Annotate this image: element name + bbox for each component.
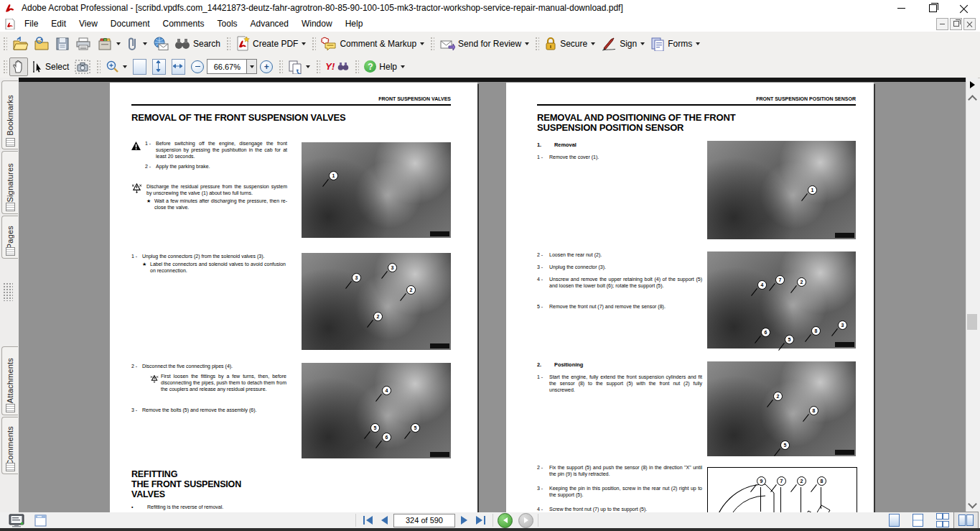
zoom-level-combo[interactable]: 66.67% bbox=[207, 59, 257, 74]
save-button[interactable] bbox=[52, 34, 73, 53]
callout-marker: 4 bbox=[382, 386, 391, 395]
forms-button[interactable]: Forms bbox=[648, 34, 703, 53]
send-for-review-button[interactable]: Send for Review bbox=[437, 34, 532, 53]
menu-view[interactable]: View bbox=[73, 17, 104, 30]
menu-window[interactable]: Window bbox=[295, 17, 339, 30]
tab-bookmarks[interactable]: Bookmarks bbox=[1, 80, 18, 149]
step-number: 2 - bbox=[131, 363, 142, 369]
menu-document[interactable]: Document bbox=[104, 17, 157, 30]
scroll-down-button[interactable] bbox=[966, 499, 978, 511]
print-button[interactable] bbox=[73, 34, 94, 53]
yahoo-toolbar-button[interactable]: Y! bbox=[322, 58, 352, 75]
snapshot-tool-button[interactable] bbox=[72, 58, 93, 75]
procedure-step: 1 - Remove the cover (1). bbox=[537, 154, 702, 160]
zoom-in-button[interactable]: + bbox=[257, 58, 276, 75]
hand-tool-button[interactable] bbox=[9, 57, 28, 76]
step-number: 2 - bbox=[537, 464, 549, 477]
layout-single-page-button[interactable] bbox=[882, 512, 906, 528]
procedure-step: 1 - Unplug the connectors (2) from the s… bbox=[131, 253, 291, 274]
layout-continuous-facing-button[interactable] bbox=[930, 512, 953, 528]
toolbar-grip[interactable] bbox=[534, 36, 539, 52]
fit-height-button[interactable] bbox=[149, 58, 169, 75]
menu-help[interactable]: Help bbox=[339, 17, 370, 30]
fit-page-button[interactable] bbox=[130, 58, 149, 75]
procedure-step: 3 - Keeping the pin in this position, sc… bbox=[537, 485, 702, 498]
toolbar-grip[interactable] bbox=[429, 36, 434, 52]
caution-note-text: Wait a few minutes after discharging the… bbox=[154, 198, 287, 211]
tab-attachments[interactable]: Attachments bbox=[1, 346, 18, 415]
toolbar-grip[interactable] bbox=[315, 59, 320, 75]
callout-marker: 7 bbox=[775, 275, 785, 285]
search-button[interactable]: Search bbox=[172, 34, 223, 53]
open-button[interactable] bbox=[9, 34, 31, 53]
page-display-button[interactable] bbox=[285, 58, 313, 75]
restore-button[interactable] bbox=[917, 0, 948, 16]
layout-continuous-button[interactable] bbox=[906, 512, 930, 528]
zoom-out-button[interactable] bbox=[188, 58, 207, 75]
layout-facing-button[interactable] bbox=[953, 512, 979, 529]
secure-button[interactable]: Secure bbox=[541, 34, 598, 53]
toolbar-grip[interactable] bbox=[2, 36, 7, 52]
pane-arrow-button[interactable] bbox=[966, 79, 978, 91]
create-pdf-button[interactable]: Create PDF bbox=[233, 34, 309, 53]
doc-restore-button[interactable] bbox=[950, 18, 962, 30]
toolbar-grip[interactable] bbox=[354, 59, 359, 75]
menu-items: File Edit View Document Comments Tools A… bbox=[18, 17, 369, 30]
document-pane[interactable]: FRONT SUSPENSION VALVES REMOVAL OF THE F… bbox=[19, 78, 966, 512]
toolbar-grip[interactable] bbox=[2, 59, 7, 75]
section-title: REMOVAL OF THE FRONT SUSPENSION VALVES bbox=[131, 113, 451, 123]
toolbar-grip[interactable] bbox=[95, 59, 101, 75]
monitor-icon bbox=[9, 514, 24, 527]
open-organizer-button[interactable] bbox=[31, 34, 52, 53]
menu-advanced[interactable]: Advanced bbox=[244, 17, 295, 30]
diagram-leader-line bbox=[760, 487, 761, 512]
page-header: FRONT SUSPENSION POSITION SENSOR bbox=[537, 96, 856, 101]
callout-marker: 4 bbox=[757, 280, 767, 290]
next-page-button[interactable] bbox=[457, 516, 472, 525]
minimize-button[interactable] bbox=[885, 0, 917, 16]
fit-width-button[interactable] bbox=[169, 58, 188, 75]
select-tool-button[interactable]: Select bbox=[28, 58, 72, 75]
page-number-box[interactable]: 324 of 590 bbox=[393, 514, 455, 527]
toolbar-grip[interactable] bbox=[278, 59, 283, 75]
zoom-tool-button[interactable] bbox=[103, 58, 130, 75]
email-button[interactable] bbox=[150, 34, 172, 53]
menu-comments[interactable]: Comments bbox=[157, 17, 211, 30]
last-page-button[interactable] bbox=[473, 516, 488, 525]
menu-edit[interactable]: Edit bbox=[45, 17, 73, 30]
menu-tools[interactable]: Tools bbox=[211, 17, 244, 30]
attach-email-button[interactable] bbox=[123, 34, 150, 53]
callout-marker: 3 bbox=[352, 273, 361, 282]
toolbar-grip[interactable] bbox=[311, 36, 316, 52]
floppy-disk-icon bbox=[55, 37, 70, 51]
previous-view-button[interactable] bbox=[498, 513, 513, 528]
caution-block: Discharge the residual pressure from the… bbox=[131, 183, 289, 211]
export-button[interactable] bbox=[94, 34, 123, 53]
last-page-bar bbox=[484, 516, 485, 525]
panel-splitter-handle[interactable] bbox=[3, 282, 13, 301]
toolbar-grip[interactable] bbox=[225, 36, 230, 52]
zoom-level-dropdown[interactable] bbox=[247, 59, 257, 74]
scroll-up-button[interactable] bbox=[966, 92, 978, 103]
scrollbar-thumb[interactable] bbox=[967, 314, 977, 330]
sign-button[interactable]: Sign bbox=[598, 34, 648, 53]
doc-minimize-button[interactable] bbox=[936, 18, 948, 30]
first-page-button[interactable] bbox=[360, 516, 375, 525]
next-view-button[interactable] bbox=[518, 513, 533, 528]
comment-markup-button[interactable]: Comment & Markup bbox=[318, 34, 427, 53]
tab-signatures[interactable]: Signatures bbox=[1, 151, 18, 214]
fullscreen-view-button[interactable] bbox=[9, 514, 24, 527]
previous-page-button[interactable] bbox=[377, 516, 392, 525]
doc-close-button[interactable] bbox=[963, 18, 976, 30]
refitting-title: REFITTING THE FRONT SUSPENSION VALVES bbox=[131, 469, 318, 499]
step-number: 4 - bbox=[537, 506, 549, 512]
vertical-scrollbar[interactable] bbox=[966, 78, 978, 512]
previous-view-arrow-icon bbox=[503, 517, 508, 523]
tab-comments[interactable]: Comments bbox=[1, 417, 18, 474]
help-button[interactable]: ? Help bbox=[361, 58, 408, 75]
close-button[interactable] bbox=[948, 0, 980, 16]
page-view-button[interactable] bbox=[34, 514, 47, 527]
help-question-glyph: ? bbox=[368, 62, 373, 72]
tab-pages[interactable]: Pages bbox=[1, 216, 18, 259]
menu-file[interactable]: File bbox=[18, 17, 45, 30]
